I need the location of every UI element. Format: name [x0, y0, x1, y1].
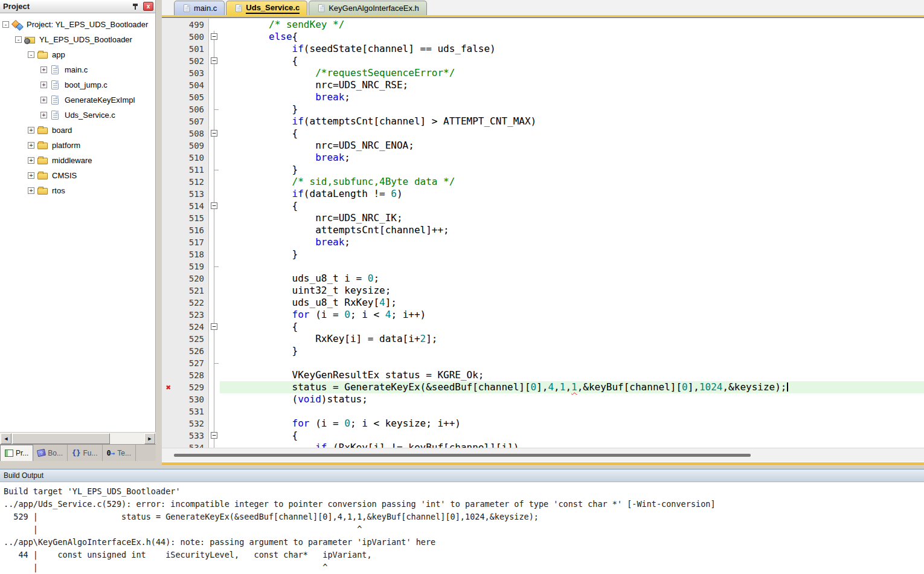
scroll-right-icon[interactable]: ► [144, 433, 155, 444]
fold-collapse-icon[interactable]: − [211, 202, 217, 209]
code-text[interactable]: } [220, 103, 924, 115]
code-text[interactable]: VKeyGenResultEx status = KGRE_Ok; [220, 369, 924, 381]
tree-item-middleware[interactable]: +middleware [0, 153, 155, 168]
tree-expander-icon[interactable]: + [28, 187, 34, 194]
file-icon [235, 4, 244, 13]
code-text[interactable]: break; [220, 91, 924, 103]
tree-item-rtos[interactable]: +rtos [0, 183, 155, 198]
code-text[interactable]: { [220, 127, 924, 140]
panel-splitter[interactable] [156, 0, 162, 470]
tree-expander-icon[interactable]: + [40, 66, 47, 73]
code-text[interactable]: break; [220, 236, 924, 248]
tree-item-main-c[interactable]: +main.c [0, 62, 155, 77]
tree-expander-icon[interactable]: + [40, 82, 47, 88]
code-text[interactable] [220, 357, 924, 369]
tree-item-generatekeyeximpl[interactable]: +GenerateKeyExImpl [0, 92, 155, 108]
tree-expander-icon[interactable]: + [28, 157, 34, 164]
tree-item-uds-service-c[interactable]: +Uds_Service.c [0, 108, 155, 123]
code-text[interactable]: if(seedState[channel] == uds_false) [220, 43, 924, 55]
tree-item-label: Project: YL_EPS_UDS_Bootloader [27, 20, 148, 29]
code-text[interactable]: { [220, 321, 924, 333]
code-text[interactable]: } [220, 345, 924, 357]
code-text[interactable]: uds_u8_t RxKey[4]; [220, 297, 924, 309]
code-text[interactable]: (void)status; [220, 393, 924, 405]
tree-expander-icon[interactable]: + [28, 127, 34, 134]
panel-tab-braces[interactable]: {}Fu... [68, 445, 102, 461]
code-text[interactable]: { [220, 55, 924, 67]
fold-collapse-icon[interactable]: − [211, 323, 217, 330]
code-text[interactable]: uint32_t keysize; [220, 285, 924, 297]
tree-item-project-yl-eps-uds-bootloader[interactable]: -Project: YL_EPS_UDS_Bootloader [0, 17, 155, 32]
panel-tab-label: Bo... [48, 449, 63, 457]
scrollbar-thumb[interactable] [12, 433, 110, 444]
fold-collapse-icon[interactable]: − [211, 432, 217, 439]
error-margin [162, 297, 175, 309]
code-text[interactable]: else{ [220, 31, 924, 43]
fold-collapse-icon[interactable]: − [211, 57, 217, 64]
code-text[interactable]: nrc=UDS_NRC_ENOA; [220, 140, 924, 152]
pin-icon[interactable] [131, 2, 140, 11]
line-number: 533 [175, 430, 209, 442]
project-tree-hscrollbar[interactable]: ◄ ► [0, 432, 156, 444]
code-text[interactable]: nrc=UDS_NRC_RSE; [220, 79, 924, 91]
fold-collapse-icon[interactable]: − [211, 33, 217, 40]
code-text[interactable]: RxKey[i] = data[i+2]; [220, 333, 924, 345]
code-text[interactable]: { [220, 200, 924, 212]
error-margin [162, 260, 175, 272]
panel-tab-grid[interactable]: Pr... [0, 445, 33, 461]
close-icon[interactable]: x [143, 2, 153, 11]
code-text[interactable]: nrc=UDS_NRC_IK; [220, 212, 924, 224]
tree-expander-icon[interactable]: + [40, 112, 47, 118]
tree-item-boot-jump-c[interactable]: +boot_jump.c [0, 77, 155, 92]
error-margin [162, 79, 175, 91]
tree-expander-icon[interactable]: + [28, 142, 34, 149]
tree-expander-icon[interactable]: - [2, 21, 9, 28]
panel-tab-label: Pr... [16, 449, 28, 457]
tree-item-board[interactable]: +board [0, 123, 155, 138]
tree-expander-icon[interactable]: - [15, 36, 22, 43]
code-text[interactable]: { [220, 430, 924, 442]
code-text[interactable]: status = GenerateKeyEx(&seedBuf[channel]… [220, 381, 924, 393]
tree-item-platform[interactable]: +platform [0, 138, 155, 153]
tab-uds-service-c[interactable]: Uds_Service.c [226, 1, 307, 15]
tab-keygenalgointerfaceex-h[interactable]: KeyGenAlgoInterfaceEx.h [309, 1, 427, 15]
tree-expander-icon[interactable]: + [28, 172, 34, 179]
code-text[interactable]: } [220, 164, 924, 176]
code-text[interactable]: /*requestSequenceError*/ [220, 67, 924, 79]
code-area[interactable]: 499 /* sendKey */500− else{501 if(seedSt… [162, 19, 924, 448]
code-text[interactable]: if(dataLength != 6) [220, 188, 924, 200]
tree-expander-icon[interactable]: - [28, 51, 34, 58]
panel-tab-book[interactable]: ?Bo... [33, 445, 68, 461]
editor-hscrollbar[interactable] [162, 448, 924, 462]
code-text[interactable]: /* sid,subfunc,4Byte data */ [220, 176, 924, 188]
fold-margin [209, 212, 220, 224]
editor-hscrollbar-thumb[interactable] [174, 454, 751, 457]
fold-margin [209, 345, 220, 357]
code-text[interactable]: uds_u8_t i = 0; [220, 272, 924, 285]
code-text[interactable]: break; [220, 152, 924, 164]
tree-item-cmsis[interactable]: +CMSIS [0, 168, 155, 183]
tree-item-yl-eps-uds-bootloader[interactable]: -YL_EPS_UDS_Bootloader [0, 32, 155, 47]
code-line-500: 500− else{ [162, 31, 924, 43]
code-text[interactable] [220, 260, 924, 272]
code-text[interactable]: } [220, 248, 924, 260]
tree-item-label: middleware [52, 156, 92, 165]
error-margin [162, 55, 175, 67]
panel-tab-zero[interactable]: 0→Te... [103, 445, 136, 461]
tab-main-c[interactable]: main.c [174, 1, 225, 15]
code-text[interactable]: attemptsCnt[channel]++; [220, 224, 924, 236]
code-text[interactable] [220, 405, 924, 418]
code-text[interactable]: for (i = 0; i < keysize; i++) [220, 418, 924, 430]
fold-collapse-icon[interactable]: − [211, 130, 217, 137]
scroll-left-icon[interactable]: ◄ [1, 433, 11, 444]
code-text[interactable]: if (RxKey[i] != keyBuf[channel][i]) [220, 442, 924, 448]
tree-item-app[interactable]: -app [0, 47, 155, 62]
fold-margin: − [209, 31, 220, 43]
tab-label: KeyGenAlgoInterfaceEx.h [329, 4, 419, 13]
code-text[interactable]: if(attemptsCnt[channel] > ATTEMPT_CNT_MA… [220, 115, 924, 127]
code-text[interactable]: for (i = 0; i < 4; i++) [220, 309, 924, 321]
project-icon [12, 20, 23, 30]
code-text[interactable]: /* sendKey */ [220, 19, 924, 31]
error-margin [162, 188, 175, 200]
tree-expander-icon[interactable]: + [40, 97, 47, 103]
